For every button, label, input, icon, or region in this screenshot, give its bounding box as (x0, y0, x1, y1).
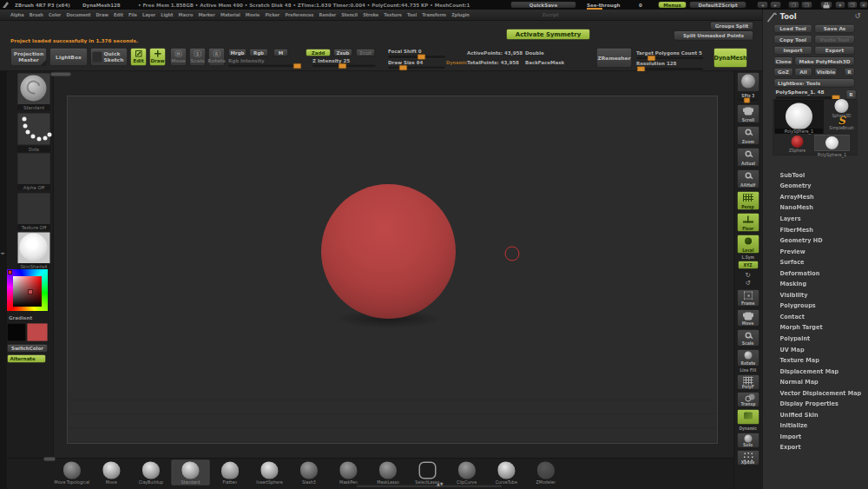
palette-section[interactable]: UV Map (763, 344, 868, 355)
menu-item[interactable]: Draw (96, 13, 108, 18)
gradient-label[interactable]: Gradient (9, 315, 32, 321)
tray-brush[interactable]: Move (92, 460, 132, 487)
menu-item[interactable]: File (128, 13, 137, 18)
palette-section[interactable]: Polypaint (763, 333, 868, 344)
tray-brush[interactable]: MaskLasso (368, 460, 408, 487)
menu-item[interactable]: Light (161, 13, 173, 18)
menu-item[interactable]: Tool (407, 13, 417, 18)
palette-section[interactable]: Morph Target (763, 322, 868, 334)
palette-section[interactable]: Texture Map (763, 354, 868, 366)
focal-shift-label[interactable]: Focal Shift 0 (388, 49, 422, 55)
palette-section[interactable]: Vector Displacement Map (763, 387, 868, 399)
tray-brush[interactable]: InsertSphere (250, 460, 290, 487)
copy-view-icon[interactable]: ❐ (788, 2, 799, 9)
resolution-slider[interactable] (636, 68, 703, 70)
palette-section[interactable]: Geometry HD (763, 235, 868, 246)
rgb-button[interactable]: Rgb (249, 49, 268, 56)
lock-icon[interactable] (820, 2, 832, 9)
palette-section[interactable]: Initialize (763, 420, 868, 432)
activate-symmetry-button[interactable]: Activate Symmetry (506, 29, 590, 40)
menu-item[interactable]: Movie (246, 13, 260, 18)
menu-item[interactable]: Document (66, 13, 90, 18)
palette-section[interactable]: Contact (763, 311, 868, 322)
menu-item[interactable]: Zscript (542, 13, 559, 18)
secondary-color-swatch[interactable] (27, 323, 48, 341)
strip-button[interactable]: Local (737, 235, 760, 254)
menus-button[interactable]: Menus (658, 2, 687, 9)
current-material-thumbnail[interactable] (17, 232, 50, 264)
palette-reset-icon[interactable]: ↺ (855, 11, 861, 20)
edit-button[interactable]: Edit (130, 48, 147, 66)
target-polygons-label[interactable]: Target Polygons Count 5 (636, 50, 702, 56)
strip-button[interactable]: Move (737, 309, 760, 327)
draw-button[interactable]: Draw (149, 48, 166, 66)
palette-section[interactable]: FiberMesh (763, 224, 868, 235)
strip-button[interactable]: AAHalf (737, 169, 760, 188)
palette-section[interactable]: Normal Map (763, 376, 868, 387)
rotate-button[interactable]: R Rotate (208, 48, 225, 66)
palette-section[interactable]: Layers (763, 213, 868, 224)
rotate-cw-icon[interactable]: ↻ (734, 270, 763, 279)
load-tool-button[interactable]: Load Tool (774, 24, 812, 33)
current-brush-thumbnail[interactable] (17, 73, 50, 105)
strip-button[interactable]: Rotate (737, 349, 760, 367)
visible-button[interactable]: Visible (815, 68, 838, 76)
tray-brush[interactable]: MaskPen (329, 460, 369, 487)
strip-button[interactable]: Actual (737, 148, 760, 167)
tray-divider-handle[interactable] (43, 457, 56, 461)
strip-button[interactable]: Transp (737, 392, 760, 407)
current-alpha-thumbnail[interactable] (17, 153, 50, 185)
line-fill-label[interactable]: Line Fill (736, 368, 760, 373)
strip-button[interactable] (737, 409, 760, 425)
z-intensity-slider[interactable] (312, 65, 376, 68)
tray-brush[interactable]: Move Topological (52, 460, 92, 487)
m-button[interactable]: M (273, 49, 288, 56)
strip-button[interactable]: Persp (737, 191, 760, 210)
clone-button[interactable]: Clone (774, 57, 793, 66)
lightbox-button[interactable]: LightBox (49, 48, 88, 66)
tool-name-slider-label[interactable]: PolySphere_1. 48 (776, 89, 825, 96)
tray-brush[interactable]: ZModeler (526, 460, 566, 487)
palette-section[interactable]: Masking (763, 278, 868, 289)
tray-scrollbar[interactable] (357, 486, 502, 488)
menu-item[interactable]: Marker (198, 13, 214, 18)
paste-tool-button[interactable]: Paste Tool (815, 36, 855, 44)
tray-brush[interactable]: ClipCurve (447, 460, 487, 487)
mrgb-button[interactable]: Mrgb (228, 49, 247, 56)
target-polygons-slider[interactable] (636, 57, 703, 60)
strip-button[interactable]: Frame (737, 289, 760, 307)
prev-doc-icon[interactable]: ◂ (757, 2, 768, 9)
default-zscript-button[interactable]: DefaultZScript (689, 2, 746, 9)
alternate-button[interactable]: Alternate (7, 354, 46, 363)
palette-section[interactable]: NanoMesh (763, 202, 868, 214)
make-polymesh3d-button[interactable]: Make PolyMesh3D (795, 57, 855, 66)
all-button[interactable]: All (795, 68, 812, 76)
document-area[interactable] (67, 96, 718, 444)
strip-button[interactable]: Floor (737, 213, 760, 232)
dynamesh-button[interactable]: DynaMesh (713, 48, 747, 68)
quicksave-button[interactable]: QuickSave (510, 2, 576, 9)
tray-brush[interactable]: Standard (171, 460, 211, 487)
menu-item[interactable]: Preferences (285, 13, 313, 18)
menu-item[interactable]: Alpha (10, 13, 24, 18)
r-button[interactable]: R (845, 68, 855, 76)
strip-button[interactable]: Xpose (737, 450, 760, 466)
paste-view-icon[interactable]: ❐ (801, 2, 812, 9)
menu-item[interactable]: Layer (142, 13, 155, 18)
menu-item[interactable]: Material (220, 13, 240, 18)
double-button[interactable]: Double (525, 50, 544, 56)
menu-item[interactable]: Edit (114, 13, 123, 18)
save-as-button[interactable]: Save As (815, 24, 855, 33)
strip-button[interactable]: Solo (737, 433, 760, 448)
menu-item[interactable]: Color (49, 13, 61, 18)
dynamic-label[interactable]: Dynamic (446, 61, 467, 66)
backfacemask-button[interactable]: BackFaceMask (525, 60, 564, 66)
draw-size-slider[interactable] (388, 67, 445, 69)
menu-item[interactable]: Transform (422, 13, 446, 18)
zadd-button[interactable]: Zadd (306, 49, 331, 56)
current-texture-thumbnail[interactable] (17, 193, 50, 225)
projection-master-button[interactable]: Projection Master (10, 48, 47, 66)
tray-brush[interactable]: CurveTube (487, 460, 527, 487)
palette-section[interactable]: SubTool (763, 169, 868, 181)
rgb-intensity-label[interactable]: Rgb Intensity (228, 58, 265, 64)
